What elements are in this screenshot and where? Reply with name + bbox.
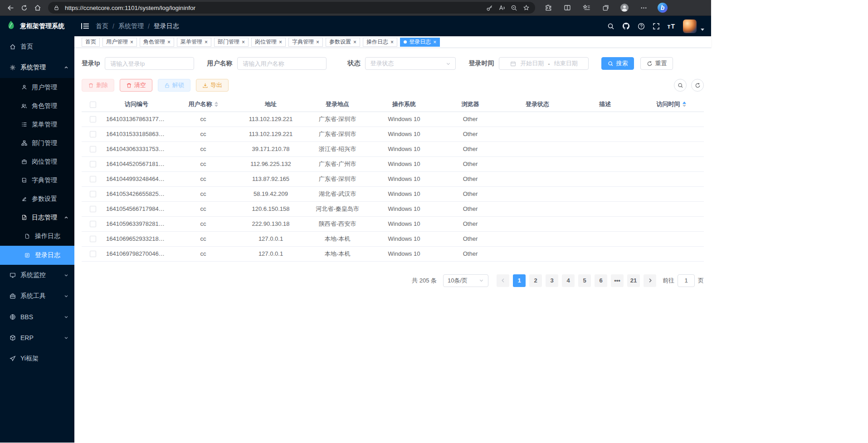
tab[interactable]: 菜单管理 (177, 38, 211, 47)
page-button[interactable]: 5 (578, 274, 591, 287)
page-button[interactable]: 2 (529, 274, 542, 287)
row-checkbox[interactable] (90, 161, 96, 167)
font-size-icon[interactable]: тT (668, 23, 675, 30)
sidebar-item-operation-log[interactable]: 操作日志 (0, 227, 74, 246)
search-button[interactable]: 搜索 (601, 57, 634, 70)
refresh-page-button[interactable] (17, 1, 31, 14)
close-icon[interactable] (316, 39, 319, 45)
home-button[interactable] (31, 1, 44, 14)
sort-caret-icon[interactable] (683, 102, 686, 107)
sidebar-item-login-log[interactable]: 登录日志 (0, 246, 74, 265)
tab[interactable]: 登录日志 (400, 38, 440, 47)
cell-user-name: cc (169, 141, 238, 156)
sidebar-item-user-mgmt[interactable]: 用户管理 (0, 78, 74, 97)
sidebar-item-yi-framework[interactable]: Yi框架 (0, 348, 74, 369)
row-checkbox[interactable] (90, 221, 96, 227)
add-favorite-icon[interactable] (523, 5, 530, 11)
close-icon[interactable] (390, 39, 394, 45)
goto-page-input[interactable] (678, 274, 695, 287)
zoom-icon[interactable] (511, 5, 517, 11)
row-checkbox[interactable] (90, 206, 96, 212)
row-checkbox[interactable] (90, 251, 96, 257)
page-size-select[interactable]: 10条/页 (443, 274, 488, 287)
tab[interactable]: 部门管理 (214, 38, 249, 47)
browser-profile-avatar[interactable] (618, 1, 631, 14)
tab[interactable]: 字典管理 (288, 38, 323, 47)
tab[interactable]: 参数设置 (326, 38, 360, 47)
header-search-icon[interactable] (607, 23, 614, 30)
sidebar-item-role-mgmt[interactable]: 角色管理 (0, 97, 74, 115)
favorites-icon[interactable] (580, 1, 593, 14)
split-screen-icon[interactable] (561, 1, 574, 14)
bing-chat-icon[interactable]: b (656, 1, 669, 14)
table-row: 1641069652933218304 cc 127.0.0.1 本地-本机 W… (82, 231, 704, 246)
user-avatar[interactable] (683, 19, 697, 33)
tab[interactable]: 首页 (82, 38, 100, 47)
page-button[interactable]: ••• (611, 274, 624, 287)
close-icon[interactable] (353, 39, 356, 45)
tab[interactable]: 用户管理 (102, 38, 137, 47)
app-logo[interactable]: 意框架管理系统 (0, 16, 74, 36)
breadcrumb-home[interactable]: 首页 (96, 22, 108, 30)
row-checkbox[interactable] (90, 191, 96, 197)
sidebar-item-erp[interactable]: ERP (0, 327, 74, 348)
close-icon[interactable] (130, 39, 133, 45)
password-key-icon[interactable] (486, 5, 493, 11)
sidebar-item-dept-mgmt[interactable]: 部门管理 (0, 134, 74, 152)
row-checkbox[interactable] (90, 116, 96, 122)
tab[interactable]: 角色管理 (140, 38, 174, 47)
more-menu-icon[interactable] (637, 1, 650, 14)
close-icon[interactable] (433, 39, 436, 45)
tab[interactable]: 岗位管理 (251, 38, 286, 47)
breadcrumb-system-mgmt[interactable]: 系统管理 (118, 22, 144, 30)
page-button[interactable]: 4 (562, 274, 575, 287)
close-icon[interactable] (242, 39, 245, 45)
login-time-range-picker[interactable]: 开始日期 - 结束日期 (499, 57, 589, 70)
github-icon[interactable] (622, 22, 630, 30)
back-button[interactable] (4, 1, 17, 14)
site-permissions-icon[interactable] (54, 5, 59, 11)
toggle-search-button[interactable] (674, 79, 687, 92)
next-page-button[interactable] (644, 274, 656, 287)
sidebar-item-bbs[interactable]: BBS (0, 307, 74, 327)
export-button[interactable]: 导出 (196, 79, 229, 92)
clear-button[interactable]: 清空 (120, 79, 152, 92)
sidebar-item-log-mgmt[interactable]: 日志管理 (0, 208, 74, 227)
row-checkbox[interactable] (90, 146, 96, 152)
sidebar-item-system-mgmt[interactable]: 系统管理 (0, 57, 74, 78)
row-checkbox[interactable] (90, 131, 96, 137)
sort-caret-icon[interactable] (215, 102, 218, 107)
close-icon[interactable] (279, 39, 282, 45)
address-bar[interactable]: https://ccnetcore.com:1101/system/log/lo… (48, 2, 535, 14)
row-checkbox[interactable] (90, 176, 96, 182)
fullscreen-icon[interactable] (653, 23, 660, 30)
refresh-table-button[interactable] (691, 79, 704, 92)
sidebar-toggle-icon[interactable] (81, 23, 89, 29)
close-icon[interactable] (205, 39, 208, 45)
sidebar-item-post-mgmt[interactable]: 岗位管理 (0, 152, 74, 171)
sidebar-item-system-monitor[interactable]: 系统监控 (0, 265, 74, 286)
sidebar-item-home[interactable]: 首页 (0, 36, 74, 57)
cell-user-name: cc (169, 216, 238, 231)
sidebar-item-dict-mgmt[interactable]: 字典管理 (0, 171, 74, 190)
extensions-icon[interactable] (541, 1, 555, 14)
read-aloud-icon[interactable] (498, 5, 505, 11)
collections-icon[interactable] (599, 1, 612, 14)
user-name-input[interactable] (237, 57, 327, 70)
page-button[interactable]: 1 (513, 274, 526, 287)
page-button[interactable]: 21 (627, 274, 640, 287)
tab[interactable]: 操作日志 (363, 38, 397, 47)
status-select[interactable]: 登录状态 (365, 57, 456, 70)
page-button[interactable]: 6 (595, 274, 607, 287)
row-checkbox[interactable] (90, 236, 96, 242)
sidebar-item-param-settings[interactable]: 参数设置 (0, 190, 74, 208)
close-icon[interactable] (167, 39, 171, 45)
reset-button[interactable]: 重置 (640, 57, 673, 70)
page-button[interactable]: 3 (546, 274, 558, 287)
select-all-checkbox[interactable] (90, 102, 96, 108)
login-ip-input[interactable] (105, 57, 194, 70)
help-icon[interactable] (638, 23, 645, 30)
sidebar-item-menu-mgmt[interactable]: 菜单管理 (0, 115, 74, 134)
sidebar-item-system-tools[interactable]: 系统工具 (0, 286, 74, 307)
prev-page-button[interactable] (497, 274, 509, 287)
